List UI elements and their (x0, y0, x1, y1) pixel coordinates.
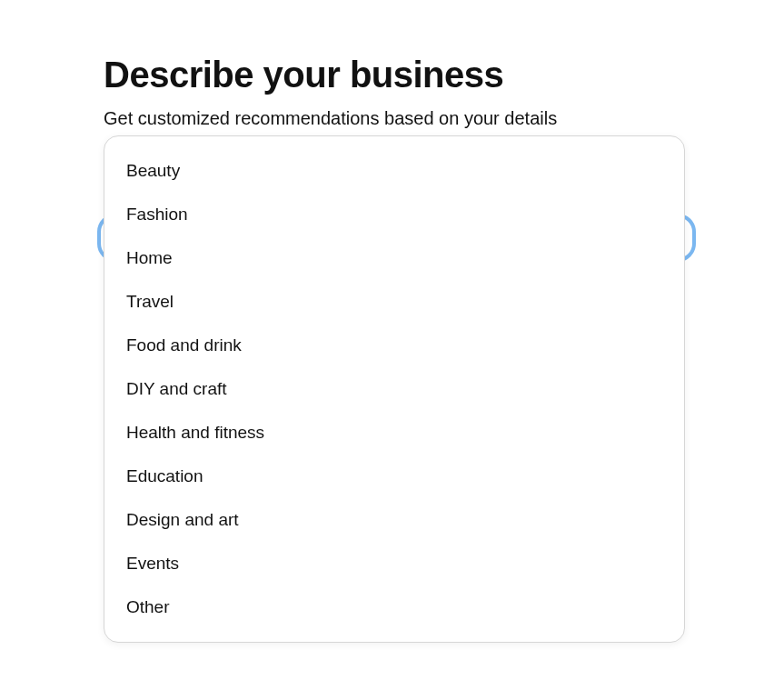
dropdown-option-food-and-drink[interactable]: Food and drink (104, 324, 684, 367)
dropdown-option-education[interactable]: Education (104, 455, 684, 498)
dropdown-option-travel[interactable]: Travel (104, 280, 684, 324)
dropdown-option-design-and-art[interactable]: Design and art (104, 498, 684, 542)
page-title: Describe your business (104, 55, 680, 95)
dropdown-option-diy-and-craft[interactable]: DIY and craft (104, 367, 684, 411)
dropdown-option-fashion[interactable]: Fashion (104, 193, 684, 236)
page-subtitle: Get customized recommendations based on … (104, 108, 680, 129)
dropdown-option-beauty[interactable]: Beauty (104, 149, 684, 193)
dropdown-option-home[interactable]: Home (104, 236, 684, 280)
dropdown-option-health-and-fitness[interactable]: Health and fitness (104, 411, 684, 455)
category-dropdown-panel: Beauty Fashion Home Travel Food and drin… (104, 135, 685, 643)
dropdown-option-other[interactable]: Other (104, 585, 684, 629)
dropdown-option-events[interactable]: Events (104, 542, 684, 585)
